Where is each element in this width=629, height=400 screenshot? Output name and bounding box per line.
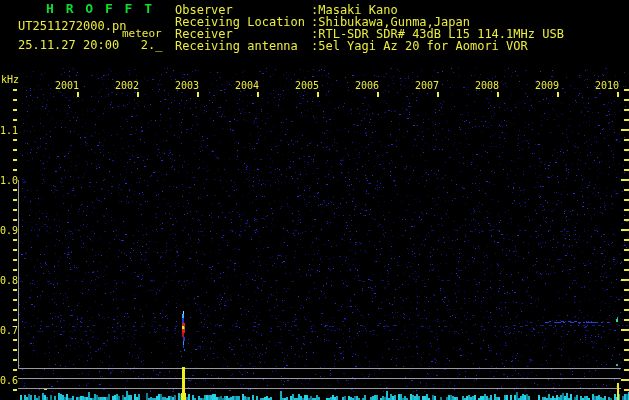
y-axis-label: 0.8 [0,275,18,286]
y-axis-tick-right [624,319,629,321]
y-axis-tick-left [13,99,17,101]
y-axis-tick-left [13,149,17,151]
y-axis-tick-right [624,99,629,101]
y-axis-tick-right [624,159,629,161]
y-axis-tick-right [624,89,629,91]
x-axis-tick [317,92,319,97]
y-axis-tick-left [13,159,17,161]
x-axis-label: 2001 [55,80,79,91]
y-axis-tick-left [13,239,17,241]
y-axis-tick-left [13,199,17,201]
y-axis-tick-right [624,169,629,171]
y-axis-tick-left [13,259,17,261]
x-axis-label: 2004 [235,80,259,91]
y-axis-tick-right [624,219,629,221]
y-axis-tick-right [624,239,629,241]
x-axis-tick [437,92,439,97]
y-axis-tick-right [624,209,629,211]
x-axis-label: 2007 [415,80,439,91]
x-axis-label: 2009 [535,80,559,91]
y-axis-tick-right [624,119,629,121]
y-axis-tick-left [13,119,17,121]
x-axis-tick [197,92,199,97]
y-axis-tick-left [13,339,17,341]
y-axis-tick-right [624,289,629,291]
y-axis-tick-left [13,359,17,361]
y-axis-tick-left [13,169,17,171]
y-axis-tick-right [621,129,629,131]
y-axis-tick-right [624,369,629,371]
y-axis-label: 0.7 [0,325,18,336]
x-axis-tick [257,92,259,97]
axis-layer: 2001200220032004200520062007200820092010… [0,0,629,400]
y-axis-tick-left [13,209,17,211]
y-axis-tick-right [624,199,629,201]
y-axis-label: 1.0 [0,175,18,186]
y-axis-tick-right [621,379,629,381]
y-axis-label: 0.6 [0,375,18,386]
y-axis-tick-left [13,289,17,291]
y-axis-tick-left [13,349,17,351]
y-axis-tick-right [624,249,629,251]
x-axis-tick [137,92,139,97]
y-axis-tick-right [624,389,629,391]
y-axis-tick-right [624,189,629,191]
y-axis-label: 1.1 [0,125,18,136]
y-axis-tick-right [624,149,629,151]
y-axis-tick-left [13,309,17,311]
y-axis-tick-right [624,259,629,261]
x-axis-label: 2002 [115,80,139,91]
y-axis-tick-right [621,229,629,231]
x-axis-tick [557,92,559,97]
x-axis-tick [617,92,619,97]
y-axis-tick-right [624,139,629,141]
y-axis-tick-right [624,109,629,111]
y-axis-tick-left [13,269,17,271]
y-axis-tick-right [624,339,629,341]
x-axis-label: 2003 [175,80,199,91]
y-axis-tick-right [624,349,629,351]
y-axis-tick-left [13,389,17,391]
x-axis-label: 2006 [355,80,379,91]
y-axis-tick-right [621,329,629,331]
y-axis-tick-left [13,369,17,371]
x-axis-label: 2008 [475,80,499,91]
x-axis-tick [497,92,499,97]
y-axis-tick-right [621,279,629,281]
y-axis-tick-right [621,179,629,181]
y-axis-label: 0.9 [0,225,18,236]
y-axis-tick-left [13,299,17,301]
y-axis-tick-right [624,269,629,271]
hrofft-window: H R O F F T UT2511272000.pn meteor 25.11… [0,0,629,400]
y-axis-tick-right [624,299,629,301]
y-axis-tick-left [13,139,17,141]
x-axis-label: 2010 [595,80,619,91]
x-axis-tick [377,92,379,97]
y-axis-tick-right [624,359,629,361]
y-axis-tick-left [13,249,17,251]
y-axis-tick-left [13,89,17,91]
y-axis-tick-left [13,109,17,111]
y-axis-tick-left [13,219,17,221]
y-axis-tick-right [624,309,629,311]
y-axis-tick-left [13,189,17,191]
y-axis-tick-left [13,319,17,321]
x-axis-tick [77,92,79,97]
x-axis-label: 2005 [295,80,319,91]
